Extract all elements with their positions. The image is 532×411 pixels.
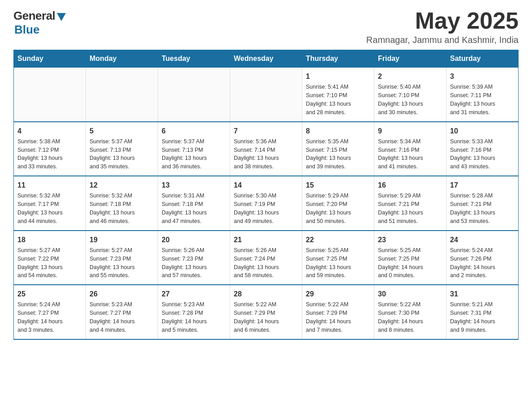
day-number: 2 (378, 71, 442, 81)
calendar-cell: 14Sunrise: 5:30 AM Sunset: 7:19 PM Dayli… (230, 176, 302, 231)
calendar-cell: 11Sunrise: 5:32 AM Sunset: 7:17 PM Dayli… (14, 176, 86, 231)
day-number: 12 (90, 180, 154, 190)
calendar-cell: 10Sunrise: 5:33 AM Sunset: 7:16 PM Dayli… (446, 122, 519, 176)
calendar-cell: 9Sunrise: 5:34 AM Sunset: 7:16 PM Daylig… (374, 122, 446, 176)
day-info: Sunrise: 5:39 AM Sunset: 7:11 PM Dayligh… (450, 84, 495, 116)
page-header: General Blue May 2025 Ramnagar, Jammu an… (13, 9, 519, 45)
day-info: Sunrise: 5:28 AM Sunset: 7:21 PM Dayligh… (450, 193, 495, 224)
day-number: 4 (17, 126, 82, 136)
calendar-cell: 28Sunrise: 5:22 AM Sunset: 7:29 PM Dayli… (230, 285, 302, 339)
calendar-header-row: SundayMondayTuesdayWednesdayThursdayFrid… (14, 50, 519, 68)
logo: General Blue (13, 9, 66, 37)
day-number: 19 (90, 235, 154, 245)
day-number: 9 (378, 126, 442, 136)
calendar-cell: 17Sunrise: 5:28 AM Sunset: 7:21 PM Dayli… (446, 176, 519, 231)
day-info: Sunrise: 5:22 AM Sunset: 7:30 PM Dayligh… (378, 301, 423, 333)
day-info: Sunrise: 5:41 AM Sunset: 7:10 PM Dayligh… (306, 84, 351, 116)
logo-triangle-icon (57, 13, 66, 21)
weekday-header-monday: Monday (86, 50, 158, 68)
day-info: Sunrise: 5:22 AM Sunset: 7:29 PM Dayligh… (234, 301, 279, 333)
weekday-header-saturday: Saturday (446, 50, 519, 68)
day-number: 31 (450, 289, 515, 299)
day-info: Sunrise: 5:32 AM Sunset: 7:18 PM Dayligh… (90, 193, 135, 224)
calendar-cell: 2Sunrise: 5:40 AM Sunset: 7:10 PM Daylig… (374, 68, 446, 122)
day-info: Sunrise: 5:36 AM Sunset: 7:14 PM Dayligh… (234, 138, 279, 170)
day-number: 5 (90, 126, 154, 136)
day-number: 10 (450, 126, 515, 136)
calendar-cell: 3Sunrise: 5:39 AM Sunset: 7:11 PM Daylig… (446, 68, 519, 122)
day-number: 14 (234, 180, 298, 190)
calendar-cell: 29Sunrise: 5:22 AM Sunset: 7:29 PM Dayli… (302, 285, 374, 339)
day-info: Sunrise: 5:37 AM Sunset: 7:13 PM Dayligh… (90, 138, 135, 170)
day-info: Sunrise: 5:25 AM Sunset: 7:25 PM Dayligh… (306, 247, 351, 279)
day-info: Sunrise: 5:23 AM Sunset: 7:28 PM Dayligh… (162, 301, 207, 333)
day-number: 30 (378, 289, 442, 299)
day-number: 1 (306, 71, 370, 81)
logo-blue-text: Blue (14, 23, 39, 37)
calendar-cell: 21Sunrise: 5:26 AM Sunset: 7:24 PM Dayli… (230, 231, 302, 285)
calendar-cell: 16Sunrise: 5:29 AM Sunset: 7:21 PM Dayli… (374, 176, 446, 231)
day-number: 21 (234, 235, 298, 245)
calendar-week-row: 18Sunrise: 5:27 AM Sunset: 7:22 PM Dayli… (14, 231, 519, 285)
day-info: Sunrise: 5:34 AM Sunset: 7:16 PM Dayligh… (378, 138, 423, 170)
day-info: Sunrise: 5:35 AM Sunset: 7:15 PM Dayligh… (306, 138, 351, 170)
day-number: 16 (378, 180, 442, 190)
calendar-cell: 30Sunrise: 5:22 AM Sunset: 7:30 PM Dayli… (374, 285, 446, 339)
calendar-cell: 27Sunrise: 5:23 AM Sunset: 7:28 PM Dayli… (158, 285, 230, 339)
day-info: Sunrise: 5:26 AM Sunset: 7:24 PM Dayligh… (234, 247, 279, 279)
calendar-cell: 18Sunrise: 5:27 AM Sunset: 7:22 PM Dayli… (14, 231, 86, 285)
weekday-header-thursday: Thursday (302, 50, 374, 68)
day-number: 18 (17, 235, 82, 245)
day-number: 20 (162, 235, 226, 245)
weekday-header-tuesday: Tuesday (158, 50, 230, 68)
day-number: 25 (17, 289, 82, 299)
location-subtitle: Ramnagar, Jammu and Kashmir, India (366, 35, 519, 45)
calendar-cell: 24Sunrise: 5:24 AM Sunset: 7:26 PM Dayli… (446, 231, 519, 285)
day-info: Sunrise: 5:27 AM Sunset: 7:22 PM Dayligh… (17, 247, 63, 279)
calendar-cell: 22Sunrise: 5:25 AM Sunset: 7:25 PM Dayli… (302, 231, 374, 285)
calendar-cell: 31Sunrise: 5:21 AM Sunset: 7:31 PM Dayli… (446, 285, 519, 339)
calendar-cell (86, 68, 158, 122)
day-number: 7 (234, 126, 298, 136)
calendar-cell (158, 68, 230, 122)
calendar-cell: 4Sunrise: 5:38 AM Sunset: 7:12 PM Daylig… (14, 122, 86, 176)
day-number: 11 (17, 180, 82, 190)
calendar-cell: 15Sunrise: 5:29 AM Sunset: 7:20 PM Dayli… (302, 176, 374, 231)
day-info: Sunrise: 5:23 AM Sunset: 7:27 PM Dayligh… (90, 301, 135, 333)
day-number: 28 (234, 289, 298, 299)
day-info: Sunrise: 5:29 AM Sunset: 7:21 PM Dayligh… (378, 193, 423, 224)
calendar-cell: 5Sunrise: 5:37 AM Sunset: 7:13 PM Daylig… (86, 122, 158, 176)
calendar-cell: 1Sunrise: 5:41 AM Sunset: 7:10 PM Daylig… (302, 68, 374, 122)
day-info: Sunrise: 5:31 AM Sunset: 7:18 PM Dayligh… (162, 193, 207, 224)
day-info: Sunrise: 5:24 AM Sunset: 7:27 PM Dayligh… (17, 301, 63, 333)
calendar-week-row: 11Sunrise: 5:32 AM Sunset: 7:17 PM Dayli… (14, 176, 519, 231)
calendar-cell (230, 68, 302, 122)
title-section: May 2025 Ramnagar, Jammu and Kashmir, In… (366, 9, 519, 45)
day-info: Sunrise: 5:24 AM Sunset: 7:26 PM Dayligh… (450, 247, 495, 279)
day-info: Sunrise: 5:30 AM Sunset: 7:19 PM Dayligh… (234, 193, 279, 224)
day-info: Sunrise: 5:21 AM Sunset: 7:31 PM Dayligh… (450, 301, 495, 333)
calendar-week-row: 25Sunrise: 5:24 AM Sunset: 7:27 PM Dayli… (14, 285, 519, 339)
day-info: Sunrise: 5:38 AM Sunset: 7:12 PM Dayligh… (17, 138, 63, 170)
day-number: 22 (306, 235, 370, 245)
calendar-cell (14, 68, 86, 122)
day-info: Sunrise: 5:27 AM Sunset: 7:23 PM Dayligh… (90, 247, 135, 279)
month-year-title: May 2025 (366, 9, 519, 32)
calendar-cell: 20Sunrise: 5:26 AM Sunset: 7:23 PM Dayli… (158, 231, 230, 285)
calendar-cell: 13Sunrise: 5:31 AM Sunset: 7:18 PM Dayli… (158, 176, 230, 231)
day-info: Sunrise: 5:25 AM Sunset: 7:25 PM Dayligh… (378, 247, 423, 279)
day-info: Sunrise: 5:32 AM Sunset: 7:17 PM Dayligh… (17, 193, 63, 224)
day-number: 13 (162, 180, 226, 190)
calendar-week-row: 4Sunrise: 5:38 AM Sunset: 7:12 PM Daylig… (14, 122, 519, 176)
day-number: 27 (162, 289, 226, 299)
logo-general-text: General (13, 9, 55, 23)
day-number: 26 (90, 289, 154, 299)
day-number: 6 (162, 126, 226, 136)
day-info: Sunrise: 5:40 AM Sunset: 7:10 PM Dayligh… (378, 84, 423, 116)
day-number: 23 (378, 235, 442, 245)
weekday-header-wednesday: Wednesday (230, 50, 302, 68)
calendar-cell: 8Sunrise: 5:35 AM Sunset: 7:15 PM Daylig… (302, 122, 374, 176)
calendar-cell: 26Sunrise: 5:23 AM Sunset: 7:27 PM Dayli… (86, 285, 158, 339)
day-info: Sunrise: 5:22 AM Sunset: 7:29 PM Dayligh… (306, 301, 351, 333)
calendar-cell: 12Sunrise: 5:32 AM Sunset: 7:18 PM Dayli… (86, 176, 158, 231)
